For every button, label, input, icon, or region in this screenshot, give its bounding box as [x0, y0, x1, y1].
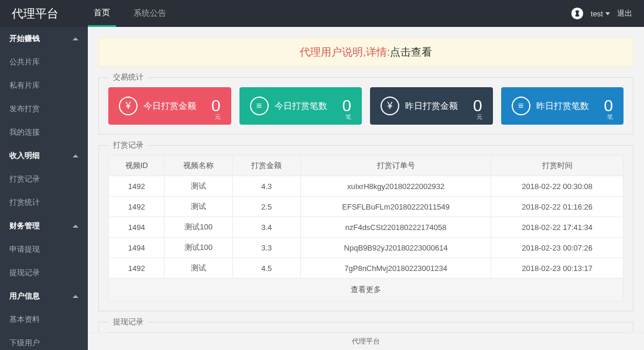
sidebar-item[interactable]: 我的连接: [0, 121, 88, 144]
table-row: 1492测试4.57gP8nChMvj201802230012342018-02…: [109, 258, 624, 279]
stats-row: ¥今日打赏金额0元≡今日打赏笔数0笔¥昨日打赏金额0元≡昨日打赏笔数0笔: [108, 87, 624, 125]
stat-icon: ≡: [250, 97, 269, 115]
table-cell: nzF4dsCSt220180222174058: [300, 217, 491, 238]
table-row: 1492测试2.5EFSFLBuFLm201802220115492018-02…: [109, 197, 624, 217]
table-cell: 2018-02-23 00:07:26: [491, 238, 624, 258]
main-content: 代理用户说明,详情:点击查看 交易统计 ¥今日打赏金额0元≡今日打赏笔数0笔¥昨…: [88, 27, 644, 350]
stat-unit: 元: [215, 113, 221, 121]
stat-card: ¥今日打赏金额0元: [108, 87, 231, 125]
stat-label: 昨日打赏笔数: [536, 101, 604, 112]
stat-unit: 笔: [607, 113, 613, 121]
sidebar-group[interactable]: 财务管理: [0, 214, 88, 238]
table-header: 打赏金额: [232, 156, 300, 176]
sidebar-item[interactable]: 私有片库: [0, 74, 88, 97]
topbar-right: test 退出: [571, 7, 632, 20]
table-cell: 2018-02-22 17:41:34: [491, 217, 624, 238]
table-header: 打赏订单号: [300, 156, 491, 176]
table-cell: 1494: [109, 217, 165, 238]
notice-banner[interactable]: 代理用户说明,详情:点击查看: [98, 37, 633, 67]
sidebar-group[interactable]: 收入明细: [0, 144, 88, 167]
nav-tabs: 首页 系统公告: [88, 0, 172, 27]
stat-card: ≡昨日打赏笔数0笔: [501, 87, 624, 125]
sidebar-item[interactable]: 提现记录: [0, 261, 88, 284]
table-cell: 7gP8nChMvj20180223001234: [300, 258, 491, 279]
table-cell: 测试: [165, 258, 232, 279]
records-legend: 打赏记录: [108, 140, 148, 150]
banner-text-red: 代理用户说明,详情:: [300, 46, 390, 58]
table-cell: EFSFLBuFLm20180222011549: [300, 197, 491, 217]
sidebar-item[interactable]: 打赏记录: [0, 167, 88, 191]
tab-announce[interactable]: 系统公告: [128, 0, 172, 27]
logout-link[interactable]: 退出: [617, 8, 632, 19]
table-cell: NpqB9B92yJ20180223000614: [300, 238, 491, 258]
chevron-up-icon: [73, 155, 78, 157]
stat-unit: 元: [477, 113, 482, 121]
table-header: 打赏时间: [491, 156, 624, 176]
table-cell: 1492: [109, 197, 165, 217]
sidebar-item[interactable]: 下级用户: [0, 331, 88, 350]
sidebar-item[interactable]: 基本资料: [0, 308, 88, 331]
stats-legend: 交易统计: [108, 72, 148, 83]
table-cell: 4.3: [232, 176, 300, 197]
topbar: 代理平台 首页 系统公告 test 退出: [0, 0, 644, 27]
table-cell: 4.5: [232, 258, 300, 279]
table-header: 视频名称: [165, 156, 232, 176]
chevron-up-icon: [73, 225, 78, 228]
footer: 代理平台: [88, 332, 644, 350]
stat-label: 今日打赏金额: [143, 101, 211, 112]
stat-label: 昨日打赏金额: [405, 101, 473, 112]
brand-title: 代理平台: [12, 6, 88, 22]
tab-home[interactable]: 首页: [88, 0, 116, 27]
table-cell: 2018-02-23 00:13:17: [491, 258, 624, 279]
table-cell: 3.3: [232, 238, 300, 258]
table-cell: 测试100: [165, 217, 232, 238]
table-cell: 测试: [165, 197, 232, 217]
table-cell: 2018-02-22 01:16:26: [491, 197, 624, 217]
stat-label: 今日打赏笔数: [275, 101, 342, 112]
stat-card: ¥昨日打赏金额0元: [370, 87, 493, 125]
table-row: 1494测试1003.3NpqB9B92yJ201802230006142018…: [109, 238, 624, 258]
chevron-down-icon: [605, 12, 610, 15]
table-cell: 2018-02-22 00:30:08: [491, 176, 624, 197]
sidebar-item[interactable]: 打赏统计: [0, 191, 88, 214]
records-table: 视频ID视频名称打赏金额打赏订单号打赏时间 1492测试4.3xuIxrH8kg…: [108, 155, 624, 279]
user-menu[interactable]: test: [591, 9, 610, 18]
stat-card: ≡今日打赏笔数0笔: [239, 87, 362, 125]
stat-icon: ≡: [512, 97, 530, 115]
sidebar-item[interactable]: 申请提现: [0, 238, 88, 261]
sidebar-item[interactable]: 公共片库: [0, 50, 88, 74]
chevron-up-icon: [73, 37, 78, 40]
table-cell: 3.4: [232, 217, 300, 238]
see-more-button[interactable]: 查看更多: [108, 279, 624, 301]
sidebar-item[interactable]: 发布打赏: [0, 97, 88, 121]
avatar-icon: [571, 7, 584, 20]
table-row: 1492测试4.3xuIxrH8kgy201802220029322018-02…: [109, 176, 624, 197]
table-cell: 测试: [165, 176, 232, 197]
table-row: 1494测试1003.4nzF4dsCSt2201802221740582018…: [109, 217, 624, 238]
stat-icon: ¥: [381, 97, 399, 115]
chevron-up-icon: [73, 295, 78, 298]
table-cell: 1492: [109, 258, 165, 279]
table-cell: 1494: [109, 238, 165, 258]
table-cell: 1492: [109, 176, 165, 197]
withdraw-legend: 提现记录: [108, 317, 148, 327]
table-cell: xuIxrH8kgy20180222002932: [300, 176, 491, 197]
user-name: test: [591, 9, 603, 18]
stat-unit: 笔: [345, 113, 351, 121]
banner-text-black: 点击查看: [390, 46, 432, 58]
records-fieldset: 打赏记录 视频ID视频名称打赏金额打赏订单号打赏时间 1492测试4.3xuIx…: [98, 145, 633, 311]
sidebar: 开始赚钱公共片库私有片库发布打赏我的连接收入明细打赏记录打赏统计财务管理申请提现…: [0, 27, 88, 350]
table-cell: 2.5: [232, 197, 300, 217]
sidebar-group[interactable]: 开始赚钱: [0, 27, 88, 50]
table-cell: 测试100: [165, 238, 232, 258]
sidebar-group[interactable]: 用户信息: [0, 284, 88, 308]
table-header: 视频ID: [109, 156, 165, 176]
stat-icon: ¥: [119, 97, 138, 115]
stats-fieldset: 交易统计 ¥今日打赏金额0元≡今日打赏笔数0笔¥昨日打赏金额0元≡昨日打赏笔数0…: [98, 77, 633, 135]
